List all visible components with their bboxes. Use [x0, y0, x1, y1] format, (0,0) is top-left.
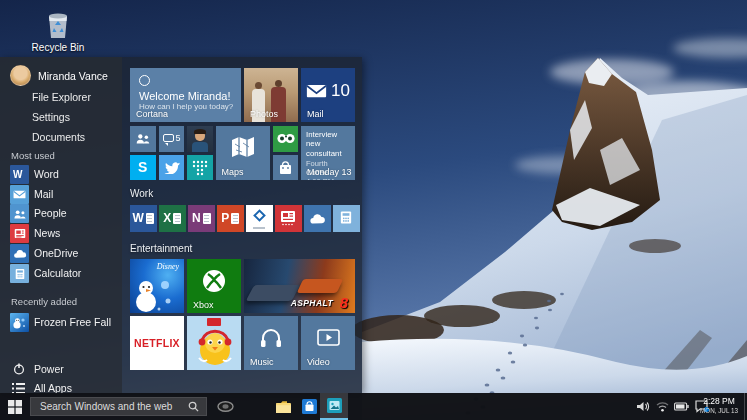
tile-frozen-free-fall[interactable]: Disney	[130, 259, 184, 313]
cortana-greeting: Welcome Miranda!	[139, 90, 231, 102]
tile-netflix[interactable]: NETFLIX	[130, 316, 184, 370]
tile-contact-photo[interactable]	[187, 126, 213, 152]
task-view-icon	[217, 401, 234, 412]
tile-work-powerpoint[interactable]: P	[217, 205, 244, 232]
sidebar-app-word[interactable]: W Word	[0, 165, 122, 184]
taskbar-store[interactable]	[296, 393, 322, 420]
maps-label: Maps	[222, 167, 244, 177]
tile-xbox[interactable]: Xbox	[187, 259, 241, 313]
tile-dots-app-small[interactable]	[187, 155, 213, 181]
onedrive-icon	[10, 244, 29, 263]
start-menu-tiles: Welcome Miranda! How can I help you toda…	[122, 57, 362, 393]
zynga-ribbon	[207, 318, 221, 326]
user-account-row[interactable]: Miranda Vance	[10, 65, 120, 87]
tile-cortana[interactable]: Welcome Miranda! How can I help you toda…	[130, 68, 241, 122]
tray-network[interactable]	[653, 393, 671, 420]
tile-work-onedrive[interactable]	[304, 205, 331, 232]
tile-work-word[interactable]: W	[130, 205, 157, 232]
frozen-free-fall-icon	[10, 313, 29, 332]
tile-work-excel[interactable]: X	[159, 205, 186, 232]
tile-mail[interactable]: 10 Mail	[301, 68, 355, 122]
tile-tripadvisor-small[interactable]	[273, 126, 299, 152]
tile-work-calculator[interactable]	[333, 205, 360, 232]
start-button[interactable]	[0, 393, 30, 420]
music-label: Music	[250, 357, 274, 367]
tile-zynga-game[interactable]	[187, 316, 241, 370]
search-icon	[188, 401, 199, 412]
word-icon: W	[10, 165, 29, 184]
recycle-bin-shortcut[interactable]: Recycle Bin	[26, 8, 90, 53]
sidebar-app-onedrive[interactable]: OneDrive	[0, 244, 122, 263]
sidebar-app-people[interactable]: People	[0, 204, 122, 223]
mail-label: Mail	[307, 109, 324, 119]
photos-label: Photos	[250, 109, 278, 119]
tile-twitter-small[interactable]	[159, 155, 185, 181]
calculator-icon	[340, 210, 352, 225]
desktop: Recycle Bin Miranda Vance File Explorer …	[0, 0, 747, 420]
tile-people-small[interactable]	[130, 126, 156, 152]
network-icon	[656, 401, 669, 412]
search-input[interactable]: Search Windows and the web	[30, 397, 207, 416]
tile-asphalt8[interactable]: ASPHALT 8	[244, 259, 355, 313]
newspaper-icon	[280, 210, 296, 226]
sidebar-item-file-explorer[interactable]: File Explorer	[0, 89, 122, 106]
tile-work-delve[interactable]	[246, 205, 273, 232]
taskbar-active-app[interactable]	[320, 393, 348, 420]
store-icon	[302, 399, 317, 414]
shopping-bag-icon	[279, 160, 292, 175]
calendar-event-time: 4:00 PM	[306, 177, 350, 180]
olaf-snowman-icon	[132, 271, 174, 313]
tray-clock[interactable]: 2:28 PM MON, JUL 13	[699, 396, 739, 414]
chick-character-icon	[195, 326, 235, 370]
news-icon	[10, 224, 29, 243]
tray-battery[interactable]	[671, 393, 691, 420]
tray-volume[interactable]	[634, 393, 652, 420]
tile-work-onenote[interactable]: N	[188, 205, 215, 232]
sidebar-app-mail[interactable]: Mail	[0, 185, 122, 204]
people-icon	[135, 133, 151, 144]
power-icon	[13, 363, 25, 375]
start-menu: Miranda Vance File Explorer Settings Doc…	[0, 57, 362, 393]
user-avatar	[10, 65, 31, 86]
onedrive-cloud-icon	[308, 213, 327, 225]
xbox-label: Xbox	[193, 300, 214, 310]
messaging-bubble-tail	[165, 143, 168, 146]
taskbar: Search Windows and the web	[0, 393, 747, 420]
mail-unread-count: 10	[331, 81, 350, 101]
user-name: Miranda Vance	[38, 70, 108, 82]
task-view-button[interactable]	[212, 393, 238, 420]
windows-logo-icon	[8, 400, 22, 414]
word-doc-icon	[146, 213, 154, 224]
calendar-date-label: Monday 13	[307, 167, 352, 177]
tile-music[interactable]: Music	[244, 316, 298, 370]
photos-app-icon	[327, 398, 342, 413]
clock-time: 2:28 PM	[699, 396, 739, 407]
tile-skype-small[interactable]: S	[130, 155, 156, 181]
tile-work-news[interactable]	[275, 205, 302, 232]
video-label: Video	[307, 357, 330, 367]
asphalt-wordmark: ASPHALT	[291, 298, 333, 308]
calendar-event-title: Interview new consultant	[306, 130, 350, 158]
tile-maps[interactable]: Maps	[216, 126, 270, 180]
recently-added-header: Recently added	[0, 296, 122, 307]
calculator-icon	[10, 264, 29, 283]
headphones-icon	[260, 327, 282, 348]
twitter-bird-icon	[164, 161, 180, 174]
svg-text:W: W	[13, 169, 23, 180]
tile-video[interactable]: Video	[301, 316, 355, 370]
work-group-header: Work	[130, 188, 153, 199]
tile-calendar[interactable]: Interview new consultant Fourth Coffee 4…	[301, 126, 355, 180]
tile-messaging-small[interactable]: 5	[159, 126, 185, 152]
sidebar-app-frozen-free-fall[interactable]: Frozen Free Fall	[0, 313, 122, 332]
sidebar-item-settings[interactable]: Settings	[0, 109, 122, 126]
video-icon	[317, 329, 340, 346]
tile-photos[interactable]: Photos	[244, 68, 298, 122]
sidebar-app-calculator[interactable]: Calculator	[0, 264, 122, 283]
power-button[interactable]: Power	[0, 361, 122, 379]
netflix-wordmark: NETFLIX	[130, 316, 184, 370]
sidebar-item-documents[interactable]: Documents	[0, 129, 122, 146]
tile-store-small[interactable]	[273, 155, 299, 181]
clock-date: MON, JUL 13	[699, 407, 739, 415]
taskbar-file-explorer[interactable]	[270, 393, 296, 420]
sidebar-app-news[interactable]: News	[0, 224, 122, 243]
